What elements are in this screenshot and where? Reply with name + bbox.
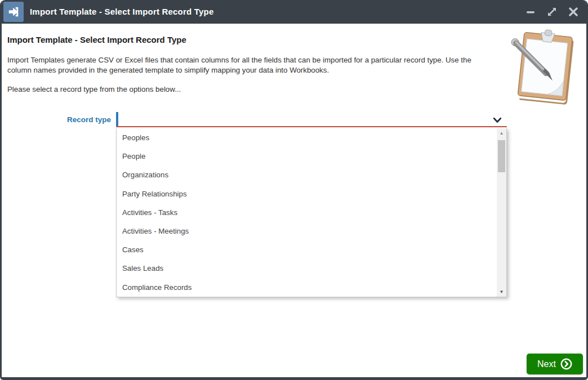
- titlebar[interactable]: Import Template - Select Import Record T…: [0, 0, 588, 24]
- import-icon: [3, 2, 24, 22]
- next-button-label: Next: [537, 359, 556, 369]
- dropdown-option[interactable]: People: [117, 147, 506, 166]
- scroll-up-arrow-icon[interactable]: ▲: [497, 128, 506, 138]
- dropdown-option[interactable]: Sales Leads: [117, 259, 506, 278]
- select-prompt: Please select a record type from the opt…: [7, 85, 496, 93]
- dialog-content: Import Template - Select Import Record T…: [2, 24, 586, 377]
- record-type-combobox[interactable]: [116, 111, 507, 127]
- scroll-down-arrow-icon[interactable]: ▼: [497, 287, 506, 297]
- dropdown-option[interactable]: Peoples: [117, 128, 506, 147]
- dropdown-option[interactable]: Compliance Records: [117, 278, 506, 297]
- window-title: Import Template - Select Import Record T…: [30, 0, 213, 24]
- dropdown-option[interactable]: Activities - Meetings: [117, 222, 506, 240]
- intro-paragraph: Import Templates generate CSV or Excel f…: [7, 55, 496, 75]
- dropdown-option[interactable]: Organizations: [117, 166, 506, 184]
- scrollbar-thumb[interactable]: [498, 140, 505, 172]
- maximize-button[interactable]: [545, 5, 559, 19]
- text-caret: [116, 112, 118, 126]
- record-type-label: Record type: [7, 115, 111, 124]
- next-button[interactable]: Next: [527, 354, 583, 374]
- record-type-input[interactable]: [119, 113, 485, 126]
- dropdown-scrollbar[interactable]: ▲ ▼: [497, 128, 506, 297]
- page-title: Import Template - Select Import Record T…: [7, 35, 186, 44]
- minimize-button[interactable]: [524, 5, 537, 19]
- circled-chevron-right-icon: [560, 358, 572, 370]
- dropdown-option[interactable]: Cases: [117, 240, 506, 259]
- close-button[interactable]: [567, 5, 580, 19]
- dropdown-option[interactable]: Party Relationships: [117, 185, 506, 203]
- clipboard-pen-illustration: [504, 28, 583, 105]
- dropdown-option[interactable]: Activities - Tasks: [117, 203, 506, 222]
- import-template-dialog: Import Template - Select Import Record T…: [0, 0, 588, 380]
- record-type-dropdown: Peoples People Organizations Party Relat…: [116, 128, 507, 297]
- chevron-down-icon[interactable]: [493, 115, 501, 125]
